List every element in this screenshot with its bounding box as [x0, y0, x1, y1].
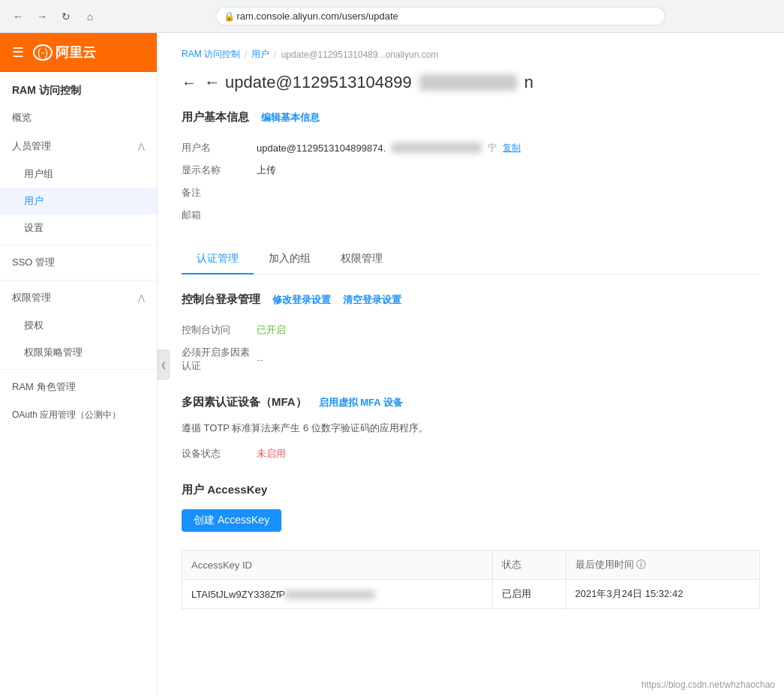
home-button[interactable]: ⌂: [81, 8, 99, 26]
label-mfa-required: 必须开启多因素认证: [182, 346, 257, 373]
enable-mfa-link[interactable]: 启用虚拟 MFA 设备: [319, 396, 403, 410]
sidebar-item-settings[interactable]: 设置: [0, 214, 157, 242]
console-login-title: 控制台登录管理 修改登录设置 清空登录设置: [182, 292, 760, 307]
tab-groups[interactable]: 加入的组: [254, 244, 326, 274]
ak-id-text: LTAI5tJLw9ZY338ZfP: [191, 589, 285, 600]
sidebar-item-perm-mgmt[interactable]: 权限管理 ⋀: [0, 284, 157, 312]
mfa-section: 多因素认证设备（MFA） 启用虚拟 MFA 设备 遵循 TOTP 标准算法来产生…: [182, 395, 760, 465]
label-device-status: 设备状态: [182, 447, 257, 460]
sidebar-item-sso-mgmt[interactable]: SSO 管理: [0, 248, 157, 277]
label-display-name: 显示名称: [182, 164, 257, 177]
tab-auth-mgmt[interactable]: 认证管理: [182, 244, 254, 274]
browser-chrome: ← → ↻ ⌂ 🔒 ram.console.aliyun.com/users/u…: [0, 0, 784, 33]
username-text: update@1129513104899874.: [257, 142, 386, 154]
copy-username-link[interactable]: 复制: [503, 142, 521, 154]
sidebar-header: ☰ (-) 阿里云: [0, 33, 157, 72]
ak-table-head: AccessKey ID 状态 最后使用时间 ⓘ: [182, 550, 760, 580]
ak-cell-last-used: 2021年3月24日 15:32:42: [566, 580, 759, 609]
mfa-description: 遵循 TOTP 标准算法来产生 6 位数字验证码的应用程序。: [182, 422, 760, 435]
back-arrow-icon[interactable]: ←: [182, 74, 197, 92]
reload-button[interactable]: ↻: [57, 8, 75, 26]
ak-col-id: AccessKey ID: [182, 550, 493, 580]
sidebar-item-user[interactable]: 用户: [0, 188, 157, 214]
table-row: LTAI5tJLw9ZY338ZfP 已启用 2021年3月24日 15:32:…: [182, 580, 760, 609]
modify-login-link[interactable]: 修改登录设置: [272, 293, 331, 307]
ak-table-body: LTAI5tJLw9ZY338ZfP 已启用 2021年3月24日 15:32:…: [182, 580, 760, 609]
sidebar-main-title: RAM 访问控制: [0, 72, 157, 104]
ak-cell-id: LTAI5tJLw9ZY338ZfP: [182, 580, 493, 609]
edit-basic-info-link[interactable]: 编辑基本信息: [261, 111, 320, 124]
breadcrumb-current: update@112951310489...onaliyun.com: [281, 50, 439, 60]
hamburger-icon[interactable]: ☰: [12, 44, 24, 61]
sidebar-item-perm-policy[interactable]: 权限策略管理: [0, 339, 157, 366]
sidebar-item-oauth-mgmt[interactable]: OAuth 应用管理（公测中）: [0, 401, 157, 429]
ak-col-status: 状态: [492, 550, 566, 580]
ak-cell-status: 已启用: [492, 580, 566, 609]
ak-id-blurred: [285, 590, 375, 599]
info-row-remark: 备注: [182, 182, 760, 204]
sidebar-item-overview[interactable]: 概览: [0, 104, 157, 132]
app-layout: ☰ (-) 阿里云 RAM 访问控制 概览 人员管理 ⋀ 用户组 用户 设置 S…: [0, 33, 784, 696]
tabs: 认证管理 加入的组 权限管理: [182, 244, 760, 274]
value-mfa-required: --: [257, 346, 263, 373]
sidebar-item-user-group[interactable]: 用户组: [0, 160, 157, 188]
info-row-mfa-required: 必须开启多因素认证 --: [182, 341, 760, 377]
console-login-table: 控制台访问 已开启 必须开启多因素认证 --: [182, 319, 760, 377]
page-title-blurred: [419, 74, 517, 91]
page-title: ← ← update@1129513104899n: [182, 73, 760, 92]
chevron-up-icon-2: ⋀: [138, 293, 145, 303]
url-text: ram.console.aliyun.com/users/update: [237, 10, 398, 22]
user-info-table: 用户名 update@1129513104899874. 宁 复制 显示名称 上…: [182, 136, 760, 226]
sidebar-divider-3: [0, 369, 157, 370]
back-button[interactable]: ←: [9, 8, 27, 26]
chevron-up-icon: ⋀: [138, 142, 145, 152]
console-login-section: 控制台登录管理 修改登录设置 清空登录设置 控制台访问 已开启 必须开启多因素认…: [182, 292, 760, 377]
username-extra: 宁: [488, 142, 497, 154]
page-title-prefix: ← update@1129513104899: [204, 73, 412, 92]
sidebar-item-people-mgmt[interactable]: 人员管理 ⋀: [0, 132, 157, 160]
mfa-title: 多因素认证设备（MFA） 启用虚拟 MFA 设备: [182, 395, 760, 410]
info-row-display-name: 显示名称 上传: [182, 159, 760, 182]
label-email: 邮箱: [182, 208, 257, 222]
info-row-console-access: 控制台访问 已开启: [182, 319, 760, 341]
breadcrumb-ram[interactable]: RAM 访问控制: [182, 48, 240, 61]
sidebar-divider-2: [0, 280, 157, 280]
label-username: 用户名: [182, 141, 257, 154]
info-row-device-status: 设备状态 未启用: [182, 442, 760, 465]
logo: (-) 阿里云: [33, 44, 96, 62]
label-remark: 备注: [182, 186, 257, 200]
sidebar-item-role-mgmt[interactable]: RAM 角色管理: [0, 373, 157, 401]
page-title-suffix: n: [524, 73, 533, 92]
username-blurred: [392, 142, 482, 153]
sidebar-collapse-button[interactable]: ❮: [158, 350, 170, 380]
value-display-name: 上传: [257, 164, 276, 177]
clear-login-link[interactable]: 清空登录设置: [343, 293, 401, 307]
tab-perm-mgmt[interactable]: 权限管理: [326, 244, 398, 274]
access-key-section: 用户 AccessKey 创建 AccessKey AccessKey ID 状…: [182, 483, 760, 609]
info-row-username: 用户名 update@1129513104899874. 宁 复制: [182, 136, 760, 159]
create-ak-button[interactable]: 创建 AccessKey: [182, 509, 281, 532]
ak-table: AccessKey ID 状态 最后使用时间 ⓘ LTAI5tJLw9ZY338…: [182, 550, 760, 609]
ak-col-last-used: 最后使用时间 ⓘ: [566, 550, 759, 580]
address-bar[interactable]: 🔒 ram.console.aliyun.com/users/update: [215, 7, 665, 26]
user-info-section: 用户基本信息 编辑基本信息 用户名 update@112951310489987…: [182, 110, 760, 226]
breadcrumb-users[interactable]: 用户: [251, 48, 269, 61]
ak-section-title: 用户 AccessKey: [182, 483, 760, 497]
breadcrumb: RAM 访问控制 / 用户 / update@112951310489...on…: [182, 48, 760, 61]
value-username: update@1129513104899874. 宁 复制: [257, 141, 521, 154]
sidebar-divider-1: [0, 244, 157, 245]
forward-button[interactable]: →: [33, 8, 51, 26]
content-inner: RAM 访问控制 / 用户 / update@112951310489...on…: [158, 33, 784, 696]
lock-icon: 🔒: [224, 11, 235, 22]
main-content: RAM 访问控制 / 用户 / update@112951310489...on…: [158, 33, 784, 696]
user-info-title: 用户基本信息 编辑基本信息: [182, 110, 760, 124]
footer-hint: https://blog.csdn.net/whzhaochao: [641, 680, 775, 690]
value-console-access: 已开启: [257, 323, 286, 337]
value-device-status: 未启用: [257, 447, 286, 460]
label-console-access: 控制台访问: [182, 323, 257, 337]
sidebar: ☰ (-) 阿里云 RAM 访问控制 概览 人员管理 ⋀ 用户组 用户 设置 S…: [0, 33, 158, 696]
ak-table-header-row: AccessKey ID 状态 最后使用时间 ⓘ: [182, 550, 760, 580]
sidebar-item-auth[interactable]: 授权: [0, 312, 157, 339]
info-row-email: 邮箱: [182, 204, 760, 226]
